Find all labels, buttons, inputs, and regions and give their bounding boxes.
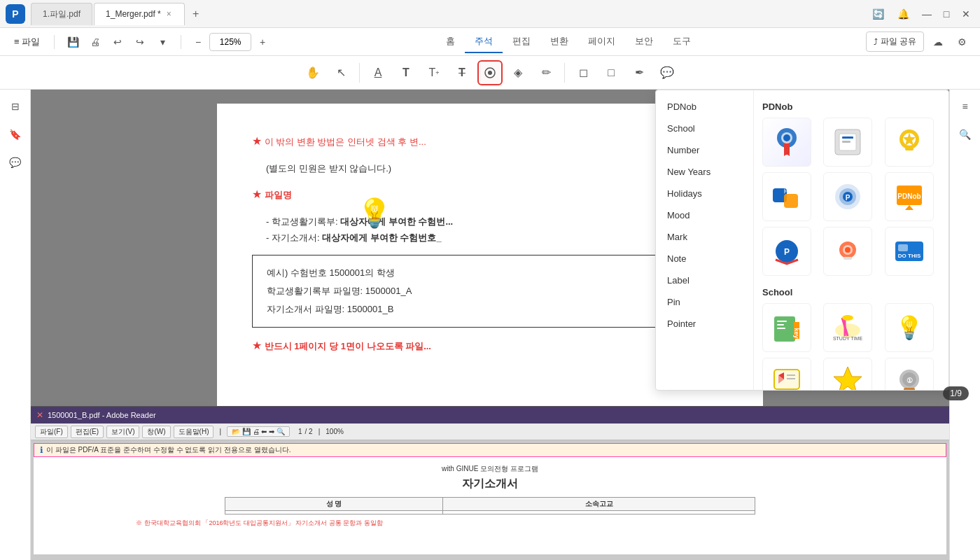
sticker-cat-pdnob[interactable]: PDNob — [656, 96, 753, 118]
sticker-cat-label[interactable]: Label — [656, 270, 753, 291]
strikethrough-tool-btn[interactable]: T — [449, 60, 475, 85]
menu-convert[interactable]: 변환 — [540, 31, 578, 53]
sticker-pdnob-5[interactable]: P — [823, 172, 872, 221]
save-icon-btn[interactable]: 💾 — [63, 32, 83, 52]
bell-icon[interactable]: 🔔 — [893, 4, 913, 24]
thumbnail-btn[interactable]: ⊟ — [4, 95, 27, 118]
zoom-in-btn[interactable]: + — [254, 34, 271, 50]
sub-win-help-menu[interactable]: 도움말(H) — [174, 426, 214, 438]
sticker-pdnob-9[interactable]: DO THIS — [885, 227, 934, 276]
pdf-box-line2: 학교생활기록부 파일명: 1500001_A — [267, 282, 713, 300]
tab-merger-close[interactable]: × — [165, 8, 173, 20]
tab-merger[interactable]: 1_Merger.pdf * × — [94, 3, 185, 25]
share-icon: ⤴ — [874, 37, 878, 47]
sticker-pdnob-2[interactable] — [823, 118, 872, 167]
title-bar-left: P 1.파일.pdf 1_Merger.pdf * × + — [6, 3, 868, 25]
sticker-pdnob-8[interactable] — [823, 227, 872, 276]
sub-win-window-menu[interactable]: 창(W) — [142, 426, 170, 438]
sticker-cat-mood[interactable]: Mood — [656, 204, 753, 226]
cloud-icon-btn[interactable]: ☁ — [928, 32, 948, 52]
main-layout: ⊟ 🔖 💬 💡 ★ 이 밖의 변환 방법은 인터넷 검색 후 변... (별도의… — [0, 90, 980, 560]
sub-win-edit-menu[interactable]: 편집(E) — [71, 426, 104, 438]
sticker-sidebar: PDNob School Number New Years Holidays M… — [656, 90, 754, 390]
sub-window-body: 파일(F) 편집(E) 보기(V) 창(W) 도움말(H) | 📂 💾 🖨 ⬅ … — [31, 424, 949, 560]
sticker-pdnob-1[interactable] — [762, 118, 811, 167]
menu-page[interactable]: 페이지 — [578, 31, 625, 53]
sticker-cat-pin[interactable]: Pin — [656, 291, 753, 313]
sticker-cat-note[interactable]: Note — [656, 248, 753, 270]
close-button[interactable]: ✕ — [958, 6, 974, 22]
tab-add-button[interactable]: + — [186, 4, 206, 24]
text-add-tool-btn[interactable]: T+ — [421, 60, 447, 85]
sub-win-file-menu[interactable]: 파일(F) — [35, 426, 68, 438]
sticker-school-4[interactable] — [762, 358, 811, 390]
menu-edit[interactable]: 편집 — [503, 31, 540, 53]
menu-home[interactable]: 홈 — [436, 31, 465, 53]
pen-tool-btn[interactable]: ✒ — [626, 60, 652, 85]
shape-fill-tool-btn[interactable]: ◈ — [505, 60, 531, 85]
highlight-tool-btn[interactable]: A — [365, 60, 391, 85]
bookmark-btn[interactable]: 🔖 — [4, 123, 27, 146]
text-tool-btn[interactable]: T — [393, 60, 419, 85]
menu-security[interactable]: 보안 — [625, 31, 663, 53]
sticker-school-2[interactable]: STUDY TIME — [823, 303, 872, 352]
maximize-button[interactable]: □ — [938, 6, 955, 22]
info-bar: ℹ 이 파일은 PDF/A 표준을 준수하며 수정할 수 없도록 읽기 전용으로… — [34, 443, 946, 457]
sticker-pdnob-6[interactable]: PDNob — [885, 172, 934, 221]
title-bar-right: 🔄 🔔 — □ ✕ — [868, 4, 974, 24]
tab-file1[interactable]: 1.파일.pdf — [31, 3, 92, 25]
select-tool-btn[interactable]: ↖ — [328, 60, 354, 85]
sticker-panel: PDNob School Number New Years Holidays M… — [655, 90, 949, 391]
minimize-button[interactable]: — — [918, 6, 935, 22]
menu-annotation[interactable]: 주석 — [465, 31, 503, 53]
sticker-cat-newyears[interactable]: New Years — [656, 161, 753, 183]
sticker-pdnob-7[interactable]: P — [762, 227, 811, 276]
toolbar: ✋ ↖ A T T+ T ◈ ✏ ◻ □ ✒ 💬 — [0, 56, 980, 90]
svg-rect-48 — [904, 388, 915, 390]
sub-doc-footnote: ※ 한국대학교육협의회 「2016학년도 대입공통지원서」 자기소개서 공통 문… — [48, 519, 932, 528]
properties-btn[interactable]: ≡ — [954, 95, 976, 118]
sub-win-view-menu[interactable]: 보기(V) — [106, 426, 139, 438]
sub-table-col2: 소속고교 — [443, 498, 755, 511]
sub-doc-subtitle: with GINUE 모의전형 프로그램 — [48, 464, 932, 474]
sticker-school-6[interactable]: ① — [885, 358, 934, 390]
svg-rect-11 — [905, 148, 913, 150]
hamburger-menu[interactable]: ≡ 파일 — [8, 33, 46, 51]
sync-icon[interactable]: 🔄 — [868, 4, 888, 24]
sub-window-close-icon[interactable]: ✕ — [36, 410, 43, 420]
sticker-school-5[interactable] — [823, 358, 872, 390]
search-btn[interactable]: 🔍 — [954, 123, 976, 146]
sticker-school-3[interactable]: 💡 — [885, 303, 934, 352]
rectangle-tool-btn[interactable]: □ — [598, 60, 624, 85]
comment-sidebar-btn[interactable]: 💬 — [4, 151, 27, 174]
dropdown-icon-btn[interactable]: ▾ — [153, 32, 172, 52]
sticker-cat-school[interactable]: School — [656, 118, 753, 139]
redo-icon-btn[interactable]: ↪ — [130, 32, 150, 52]
sticker-school-1[interactable]: key — [762, 303, 811, 352]
menu-tools[interactable]: 도구 — [663, 31, 701, 53]
pdf-box-line1: 예시) 수험번호 1500001의 학생 — [267, 264, 713, 282]
svg-text:P: P — [846, 194, 850, 202]
sticker-cat-holidays[interactable]: Holidays — [656, 183, 753, 204]
hand-tool-btn[interactable]: ✋ — [300, 60, 326, 85]
eraser-tool-btn[interactable]: ◻ — [570, 60, 596, 85]
sticker-pdnob-4[interactable] — [762, 172, 811, 221]
print-icon-btn[interactable]: 🖨 — [85, 32, 105, 52]
sticker-tool-btn[interactable] — [477, 60, 503, 85]
sticker-cat-pointer[interactable]: Pointer — [656, 313, 753, 335]
freehand-tool-btn[interactable]: ✏ — [533, 60, 559, 85]
menu-divider-1 — [54, 35, 55, 49]
zoom-out-btn[interactable]: − — [190, 34, 206, 50]
pdf-footer-text: 반드시 1페이지 당 1면이 나오도록 파일... — [265, 341, 431, 351]
sticker-pdnob-3[interactable] — [885, 118, 934, 167]
undo-icon-btn[interactable]: ↩ — [108, 32, 127, 52]
sticker-cat-number[interactable]: Number — [656, 139, 753, 161]
toolbar-divider-1 — [359, 63, 360, 83]
svg-point-4 — [783, 134, 790, 141]
share-button[interactable]: ⤴ 파일 공유 — [866, 31, 924, 52]
comment-tool-btn[interactable]: 💬 — [654, 60, 680, 85]
settings-icon-btn[interactable]: ⚙ — [952, 32, 972, 52]
menu-right: ⤴ 파일 공유 ☁ ⚙ — [866, 31, 972, 52]
sticker-cat-mark[interactable]: Mark — [656, 226, 753, 248]
zoom-input[interactable] — [209, 33, 251, 51]
